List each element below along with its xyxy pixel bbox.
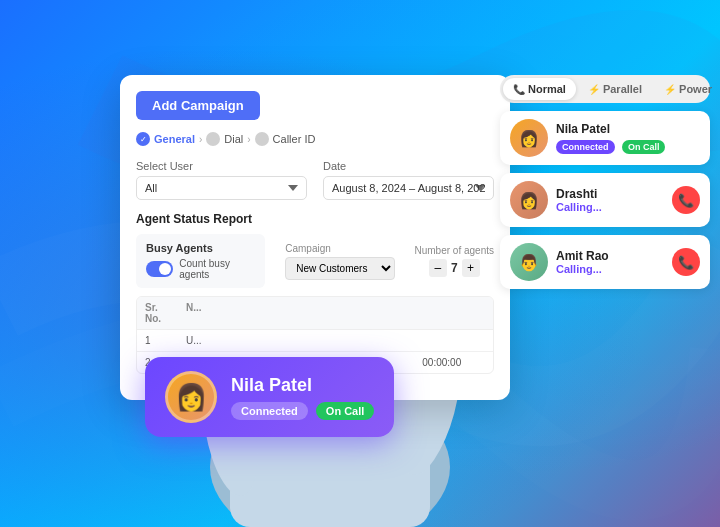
- power-icon: ⚡: [664, 84, 676, 95]
- step-general[interactable]: ✓ General: [136, 132, 195, 146]
- select-user-input[interactable]: All: [136, 176, 307, 200]
- step-callerid[interactable]: Caller ID: [255, 132, 316, 146]
- tab-power-label: Power: [679, 83, 712, 95]
- floating-avatar: 👩: [165, 371, 217, 423]
- count-busy-toggle[interactable]: [146, 261, 173, 277]
- agents-stepper: – 7 +: [429, 259, 480, 277]
- cell-srno-1: 1: [137, 330, 178, 351]
- main-panel: Add Campaign ✓ General › Dial › Caller I…: [120, 75, 510, 400]
- floating-badges: Connected On Call: [231, 402, 374, 420]
- badge-oncall-nila: On Call: [622, 140, 666, 154]
- tab-normal-label: Normal: [528, 83, 566, 95]
- step-arrow-1: ›: [199, 134, 202, 145]
- floating-badge-connected: Connected: [231, 402, 308, 420]
- agent-info-amit: Amit Rao Calling...: [556, 249, 664, 275]
- toggle-row: Count busy agents: [146, 258, 255, 280]
- floating-name: Nila Patel: [231, 375, 374, 396]
- campaign-select[interactable]: New Customers: [285, 257, 394, 280]
- campaign-label: Campaign: [285, 243, 394, 254]
- form-row: Select User All Date August 8, 2024 – Au…: [136, 160, 494, 200]
- cell-5-2: 00:00:00: [414, 352, 493, 373]
- table-row: 1 U...: [137, 330, 493, 352]
- table-header-col4: [336, 297, 415, 329]
- tab-power[interactable]: ⚡ Power: [654, 78, 720, 100]
- table-header-name: N...: [178, 297, 257, 329]
- add-campaign-button[interactable]: Add Campaign: [136, 91, 260, 120]
- cell-3-1: [257, 330, 336, 351]
- tab-parallel[interactable]: ⚡ Parallel: [578, 78, 652, 100]
- badge-connected-nila: Connected: [556, 140, 615, 154]
- agent-name-nila: Nila Patel: [556, 122, 700, 136]
- avatar-amit: 👨: [510, 243, 548, 281]
- floating-avatar-emoji: 👩: [175, 382, 207, 413]
- agent-info-nila: Nila Patel Connected On Call: [556, 122, 700, 154]
- campaign-box: Campaign New Customers: [285, 243, 394, 280]
- call-icon-drashti[interactable]: 📞: [672, 186, 700, 214]
- step-label-dial: Dial: [224, 133, 243, 145]
- agent-card-nila[interactable]: 👩 Nila Patel Connected On Call: [500, 111, 710, 165]
- agent-name-drashti: Drashti: [556, 187, 664, 201]
- step-dot-general: ✓: [136, 132, 150, 146]
- floating-info: Nila Patel Connected On Call: [231, 375, 374, 420]
- badge-calling-amit: Calling...: [556, 263, 664, 275]
- step-dial[interactable]: Dial: [206, 132, 243, 146]
- agents-count-box: Number of agents – 7 +: [415, 245, 495, 277]
- cell-4-1: [336, 330, 415, 351]
- avatar-drashti: 👩: [510, 181, 548, 219]
- stepper-plus-button[interactable]: +: [462, 259, 480, 277]
- stepper-minus-button[interactable]: –: [429, 259, 447, 277]
- agent-card-amit[interactable]: 👨 Amit Rao Calling... 📞: [500, 235, 710, 289]
- select-user-group: Select User All: [136, 160, 307, 200]
- avatar-emoji-amit: 👨: [519, 253, 539, 272]
- step-label-general: General: [154, 133, 195, 145]
- agent-name-amit: Amit Rao: [556, 249, 664, 263]
- busy-agents-box: Busy Agents Count busy agents: [136, 234, 265, 288]
- agents-count-label: Number of agents: [415, 245, 495, 256]
- parallel-icon: ⚡: [588, 84, 600, 95]
- select-user-label: Select User: [136, 160, 307, 172]
- cell-5-1: [414, 330, 493, 351]
- phone-icon: 📞: [513, 84, 525, 95]
- agent-status-nila: Connected On Call: [556, 136, 700, 154]
- mode-tabs: 📞 Normal ⚡ Parallel ⚡ Power: [500, 75, 710, 103]
- right-panel: 📞 Normal ⚡ Parallel ⚡ Power 👩 Nila Patel…: [500, 75, 710, 289]
- step-dot-dial: [206, 132, 220, 146]
- table-header-col3: [257, 297, 336, 329]
- floating-card: 👩 Nila Patel Connected On Call: [145, 357, 394, 437]
- tab-parallel-label: Parallel: [603, 83, 642, 95]
- count-busy-label: Count busy agents: [179, 258, 255, 280]
- call-icon-amit[interactable]: 📞: [672, 248, 700, 276]
- busy-agents-row: Busy Agents Count busy agents Campaign N…: [136, 234, 494, 288]
- date-label: Date: [323, 160, 494, 172]
- badge-calling-drashti: Calling...: [556, 201, 664, 213]
- avatar-emoji-drashti: 👩: [519, 191, 539, 210]
- table-header: Sr. No. N...: [137, 297, 493, 330]
- tab-normal[interactable]: 📞 Normal: [503, 78, 576, 100]
- date-input[interactable]: August 8, 2024 – August 8, 2024: [323, 176, 494, 200]
- floating-badge-oncall: On Call: [316, 402, 375, 420]
- table-header-col5: [414, 297, 493, 329]
- avatar-emoji-nila: 👩: [519, 129, 539, 148]
- cell-name-1: U...: [178, 330, 257, 351]
- breadcrumb-steps: ✓ General › Dial › Caller ID: [136, 132, 494, 146]
- agent-info-drashti: Drashti Calling...: [556, 187, 664, 213]
- step-arrow-2: ›: [247, 134, 250, 145]
- step-dot-callerid: [255, 132, 269, 146]
- avatar-nila: 👩: [510, 119, 548, 157]
- agent-status-title: Agent Status Report: [136, 212, 494, 226]
- agents-count-value: 7: [451, 261, 458, 275]
- date-group: Date August 8, 2024 – August 8, 2024: [323, 160, 494, 200]
- busy-agents-label: Busy Agents: [146, 242, 255, 254]
- step-label-callerid: Caller ID: [273, 133, 316, 145]
- agent-card-drashti[interactable]: 👩 Drashti Calling... 📞: [500, 173, 710, 227]
- table-header-srno: Sr. No.: [137, 297, 178, 329]
